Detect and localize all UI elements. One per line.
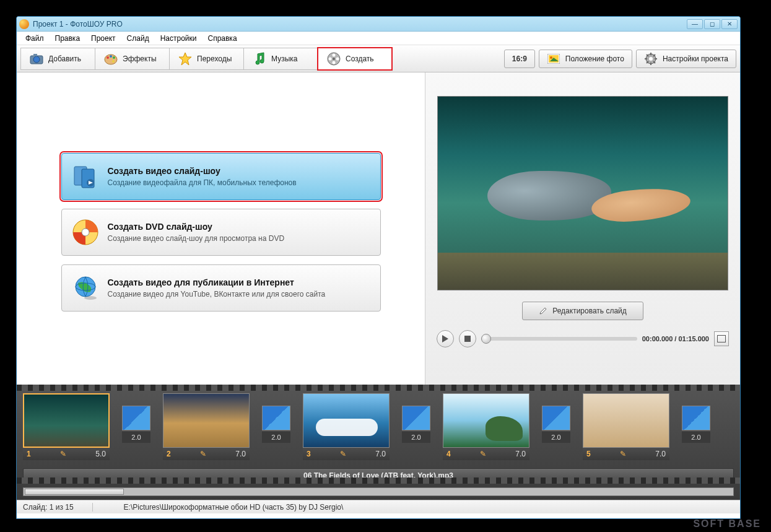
globe-icon — [72, 274, 99, 302]
svg-point-7 — [112, 60, 115, 63]
svg-point-33 — [82, 229, 89, 236]
pencil-icon[interactable]: ✎ — [480, 450, 486, 458]
pencil-icon — [539, 307, 547, 315]
app-window: Проект 1 - ФотоШОУ PRO ― ◻ ✕ Файл Правка… — [16, 16, 741, 519]
tab-add[interactable]: Добавить — [20, 48, 95, 70]
close-button[interactable]: ✕ — [721, 19, 738, 29]
transition-5-dur: 2.0 — [682, 432, 710, 443]
svg-rect-2 — [33, 54, 37, 56]
music-icon — [253, 52, 266, 66]
svg-point-12 — [333, 61, 336, 64]
create-video-card[interactable]: Создать видео слайд-шоу Создание видеофа… — [61, 153, 381, 200]
main-body: Создать видео слайд-шоу Создание видеофа… — [17, 72, 740, 385]
slide-2-num: 2 — [167, 450, 171, 458]
photo-position-label: Положение фото — [565, 55, 624, 63]
camera-icon — [30, 52, 43, 66]
film-strip-bottom — [17, 477, 740, 484]
tab-transitions-label: Переходы — [197, 55, 232, 63]
pencil-icon[interactable]: ✎ — [60, 450, 66, 458]
tab-create-label: Создать — [346, 55, 374, 63]
transition-5[interactable]: 2.0 — [681, 406, 712, 443]
tab-effects-label: Эффекты — [123, 55, 157, 63]
slide-4-dur: 7.0 — [515, 450, 526, 458]
aspect-label: 16:9 — [512, 55, 527, 63]
fullscreen-button[interactable] — [714, 331, 729, 346]
slide-5-dur: 7.0 — [655, 450, 666, 458]
photo-icon — [547, 52, 560, 66]
pencil-icon[interactable]: ✎ — [620, 450, 626, 458]
play-button[interactable] — [437, 330, 454, 347]
svg-point-17 — [550, 56, 552, 59]
gear-icon — [644, 52, 658, 66]
palette-icon — [104, 52, 118, 66]
create-pane: Создать видео слайд-шоу Создание видеофа… — [17, 72, 425, 385]
slide-5[interactable]: 5✎7.0 — [583, 393, 669, 460]
transition-4-dur: 2.0 — [542, 432, 570, 443]
slide-1-dur: 5.0 — [95, 450, 106, 458]
transition-3[interactable]: 2.0 — [401, 406, 432, 443]
project-settings-button[interactable]: Настройки проекта — [636, 50, 736, 68]
video-file-icon — [72, 163, 99, 190]
preview-pane: Редактировать слайд 00:00.000 / 01:15.00… — [425, 72, 740, 385]
transition-1[interactable]: 2.0 — [121, 406, 152, 443]
tab-transitions[interactable]: Переходы — [169, 48, 243, 70]
tab-add-label: Добавить — [48, 55, 81, 63]
stop-button[interactable] — [459, 330, 476, 347]
status-path: E:\Pictures\Широкоформатные обои HD (час… — [124, 503, 344, 512]
transition-4[interactable]: 2.0 — [541, 406, 572, 443]
pencil-icon[interactable]: ✎ — [200, 450, 206, 458]
svg-marker-37 — [442, 335, 448, 342]
aspect-button[interactable]: 16:9 — [504, 50, 535, 68]
transition-3-dur: 2.0 — [402, 432, 430, 443]
svg-point-20 — [649, 57, 653, 61]
reel-icon — [327, 52, 341, 66]
tab-music[interactable]: Музыка — [243, 48, 318, 70]
slide-4[interactable]: 4✎7.0 — [443, 393, 529, 460]
slide-1-num: 1 — [27, 450, 31, 458]
project-settings-label: Настройки проекта — [663, 55, 728, 63]
svg-point-10 — [333, 54, 336, 57]
svg-rect-38 — [464, 336, 471, 342]
slide-1[interactable]: 1✎5.0 — [23, 393, 110, 460]
svg-point-36 — [84, 296, 97, 300]
time-display: 00:00.000 / 01:15.000 — [642, 335, 709, 342]
preview-image — [437, 96, 728, 290]
seek-knob[interactable] — [481, 334, 491, 344]
edit-slide-label: Редактировать слайд — [552, 307, 627, 315]
timeline-scrollbar[interactable] — [23, 487, 734, 496]
tab-music-label: Музыка — [271, 55, 297, 63]
menu-settings[interactable]: Настройки — [155, 32, 202, 45]
menu-help[interactable]: Справка — [203, 32, 242, 45]
pencil-icon[interactable]: ✎ — [340, 450, 346, 458]
transition-1-dur: 2.0 — [122, 432, 150, 443]
transition-2[interactable]: 2.0 — [261, 406, 292, 443]
svg-point-4 — [107, 56, 109, 59]
slide-3-dur: 7.0 — [375, 450, 386, 458]
menubar: Файл Правка Проект Слайд Настройки Справ… — [17, 32, 740, 45]
menu-edit[interactable]: Правка — [50, 32, 85, 45]
scrollbar-thumb[interactable] — [25, 489, 124, 495]
seek-track[interactable] — [481, 337, 637, 341]
photo-position-button[interactable]: Положение фото — [539, 50, 632, 68]
slides-row[interactable]: 1✎5.0 2.0 2✎7.0 2.0 3✎7.0 2.0 4✎7.0 2.0 … — [23, 391, 734, 463]
svg-point-14 — [333, 58, 335, 60]
svg-point-11 — [336, 58, 339, 61]
app-icon — [19, 19, 29, 29]
minimize-button[interactable]: ― — [687, 19, 703, 29]
tab-effects[interactable]: Эффекты — [95, 48, 169, 70]
menu-project[interactable]: Проект — [86, 32, 121, 45]
maximize-button[interactable]: ◻ — [704, 19, 720, 29]
menu-slide[interactable]: Слайд — [122, 32, 154, 45]
menu-file[interactable]: Файл — [20, 32, 49, 45]
edit-slide-button[interactable]: Редактировать слайд — [522, 302, 643, 320]
create-video-title: Создать видео слайд-шоу — [108, 166, 297, 176]
create-dvd-card[interactable]: Создать DVD слайд-шоу Создание видео сла… — [61, 209, 381, 256]
slide-2[interactable]: 2✎7.0 — [163, 393, 250, 460]
titlebar[interactable]: Проект 1 - ФотоШОУ PRO ― ◻ ✕ — [17, 17, 740, 32]
create-web-title: Создать видео для публикации в Интернет — [108, 277, 326, 287]
film-strip-top — [17, 385, 740, 391]
slide-3[interactable]: 3✎7.0 — [303, 393, 390, 460]
svg-point-5 — [110, 55, 112, 58]
tab-create[interactable]: Создать — [318, 48, 392, 70]
create-web-card[interactable]: Создать видео для публикации в Интернет … — [61, 264, 381, 312]
